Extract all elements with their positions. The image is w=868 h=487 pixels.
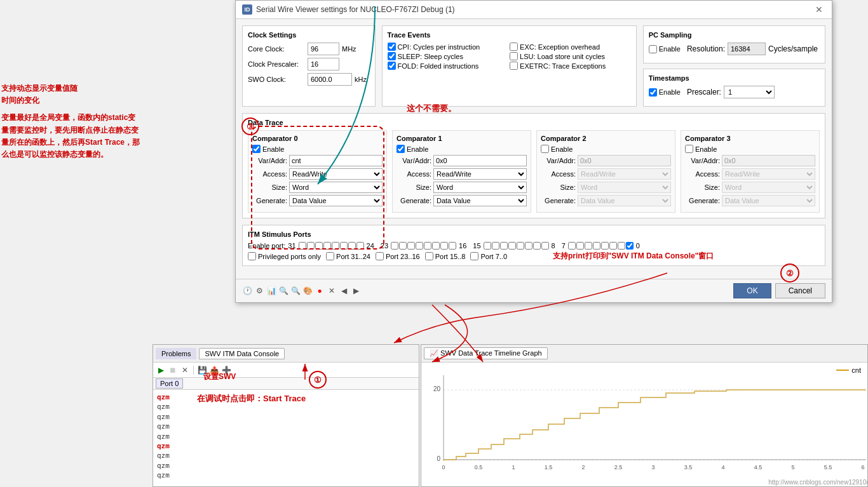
port-22-cb[interactable]: [399, 242, 407, 250]
comp3-enable-checkbox[interactable]: [685, 145, 693, 153]
ts-enable-label[interactable]: Enable: [649, 88, 681, 97]
clock-prescaler-input[interactable]: [308, 58, 339, 70]
port-15-8-priv-label[interactable]: Port 15..8: [425, 252, 466, 260]
port-31-24-priv-cb[interactable]: [326, 252, 334, 260]
port-21-cb[interactable]: [407, 242, 415, 250]
port-25-cb[interactable]: [348, 242, 356, 250]
swo-clock-input[interactable]: [308, 73, 352, 86]
comp0-generate-select[interactable]: Data Value: [289, 195, 383, 206]
port-18-cb[interactable]: [432, 242, 440, 250]
start-icon[interactable]: ▶: [156, 365, 166, 375]
port-11-cb[interactable]: [517, 242, 524, 250]
settings-icon[interactable]: ⚙: [254, 286, 264, 296]
comp0-size-select[interactable]: Word: [289, 182, 383, 193]
graph-icon[interactable]: 📊: [266, 286, 276, 296]
port-0-tab[interactable]: Port 0: [156, 378, 183, 389]
port-31-24-priv-label[interactable]: Port 31..24: [326, 252, 370, 260]
comp0-enable-checkbox[interactable]: [252, 145, 261, 153]
core-clock-input[interactable]: [308, 43, 339, 55]
watermark: http://www.cnblogs.com/new12910/: [768, 479, 868, 486]
zoom-out-icon[interactable]: 🔍: [290, 286, 301, 296]
console-clear-icon[interactable]: ✕: [180, 365, 190, 375]
port-19-cb[interactable]: [424, 242, 431, 250]
port-7-cb[interactable]: [568, 242, 576, 250]
port-26-cb[interactable]: [340, 242, 348, 250]
graph-tab[interactable]: 📈 SWV Data Trace Timeline Graph: [424, 347, 548, 359]
lsu-checkbox-label[interactable]: LSU: Load store unit cycles: [510, 52, 631, 60]
nav-right-icon[interactable]: ▶: [351, 286, 361, 296]
port-7-0-priv-label[interactable]: Port 7..0: [470, 252, 507, 260]
exc-checkbox[interactable]: [510, 43, 518, 51]
comp1-enable-checkbox[interactable]: [397, 145, 405, 153]
comp0-enable-label[interactable]: Enable: [252, 145, 284, 153]
comp0-varaddr-input[interactable]: [289, 155, 383, 166]
port-13-cb[interactable]: [500, 242, 508, 250]
port-24-cb[interactable]: [356, 242, 364, 250]
port-0-cb[interactable]: [626, 242, 634, 250]
stop-icon[interactable]: ●: [315, 286, 325, 296]
priv-row: Privileged ports only Port 31..24 Port 2…: [248, 252, 820, 260]
remove-icon[interactable]: ✕: [327, 286, 337, 296]
exetrc-checkbox[interactable]: [510, 62, 518, 70]
port-17-cb[interactable]: [440, 242, 448, 250]
exc-checkbox-label[interactable]: EXC: Exception overhead: [510, 43, 631, 51]
itm-console-tab[interactable]: SWV ITM Data Console: [199, 348, 285, 359]
port-6-cb[interactable]: [576, 242, 584, 250]
port-31-cb[interactable]: [299, 242, 306, 250]
port-12-cb[interactable]: [508, 242, 516, 250]
comp1-enable-label[interactable]: Enable: [397, 145, 428, 153]
port-15-cb[interactable]: [484, 242, 491, 250]
comp0-access-select[interactable]: Read/Write: [289, 168, 383, 180]
comp2-enable-checkbox[interactable]: [541, 145, 549, 153]
nav-icon[interactable]: ◀: [339, 286, 349, 296]
lsu-checkbox[interactable]: [510, 52, 518, 60]
port-23-16-priv-label[interactable]: Port 23..16: [376, 252, 420, 260]
sleep-checkbox[interactable]: [388, 52, 396, 60]
clock-icon[interactable]: 🕐: [242, 286, 252, 296]
port-4-cb[interactable]: [593, 242, 600, 250]
pc-enable-label[interactable]: Enable: [649, 45, 681, 53]
port-30-cb[interactable]: [307, 242, 315, 250]
zoom-in-icon[interactable]: 🔍: [278, 286, 288, 296]
port-16-cb[interactable]: [449, 242, 456, 250]
ts-enable-checkbox[interactable]: [649, 88, 657, 97]
problems-tab[interactable]: Problems: [156, 348, 196, 359]
comp1-varaddr-input[interactable]: [433, 155, 527, 166]
comp1-size-select[interactable]: Word: [433, 182, 527, 193]
port-27-cb[interactable]: [332, 242, 339, 250]
pc-resolution-input[interactable]: [728, 43, 766, 55]
port-9-cb[interactable]: [533, 242, 541, 250]
priv-label[interactable]: Privileged ports only: [248, 252, 321, 260]
comp1-access-select[interactable]: Read/Write: [433, 168, 527, 180]
port-14-cb[interactable]: [492, 242, 499, 250]
fold-checkbox-label[interactable]: FOLD: Folded instructions: [388, 62, 509, 70]
port-23-cb[interactable]: [391, 242, 398, 250]
sleep-checkbox-label[interactable]: SLEEP: Sleep cycles: [388, 52, 509, 60]
port-3-cb[interactable]: [601, 242, 609, 250]
port-29-cb[interactable]: [315, 242, 323, 250]
port-15-8-priv-cb[interactable]: [425, 252, 433, 260]
cancel-button[interactable]: Cancel: [775, 283, 825, 298]
comp3-enable-label[interactable]: Enable: [685, 145, 717, 153]
comp2-enable-label[interactable]: Enable: [541, 145, 573, 153]
cpi-checkbox[interactable]: [388, 43, 396, 51]
cpi-checkbox-label[interactable]: CPI: Cycles per instruction: [388, 43, 509, 51]
exetrc-checkbox-label[interactable]: EXETRC: Trace Exceptions: [510, 62, 631, 70]
port-2-cb[interactable]: [609, 242, 617, 250]
port-5-cb[interactable]: [585, 242, 592, 250]
close-button[interactable]: ✕: [813, 4, 825, 15]
comp1-generate-select[interactable]: Data Value: [433, 195, 527, 206]
fold-checkbox[interactable]: [388, 62, 396, 70]
port-10-cb[interactable]: [525, 242, 532, 250]
port-8-cb[interactable]: [541, 242, 549, 250]
port-23-16-priv-cb[interactable]: [376, 252, 384, 260]
pc-enable-checkbox[interactable]: [649, 45, 657, 53]
palette-icon[interactable]: 🎨: [302, 286, 313, 296]
ts-prescaler-select[interactable]: 1: [724, 86, 775, 98]
ok-button[interactable]: OK: [733, 283, 771, 298]
port-1-cb[interactable]: [618, 242, 625, 250]
port-20-cb[interactable]: [416, 242, 423, 250]
port-7-0-priv-cb[interactable]: [470, 252, 478, 260]
port-28-cb[interactable]: [323, 242, 331, 250]
priv-checkbox[interactable]: [248, 252, 256, 260]
